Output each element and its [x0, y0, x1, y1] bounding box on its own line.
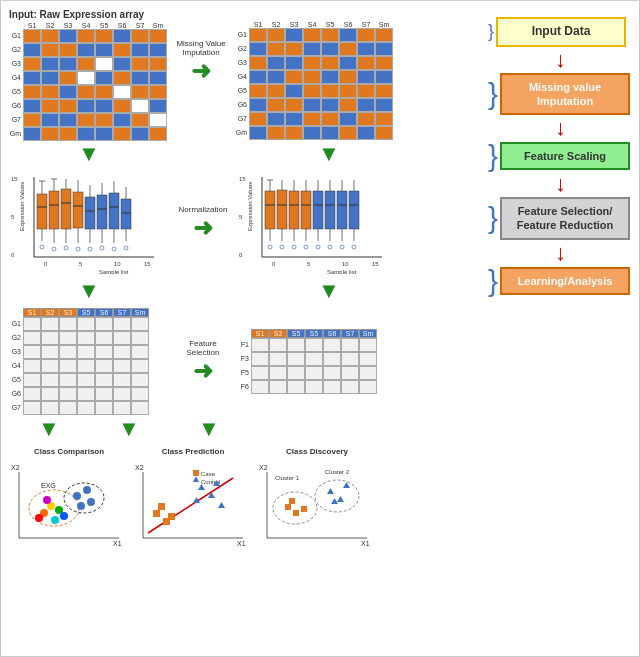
svg-rect-16	[49, 191, 59, 229]
svg-text:0: 0	[44, 261, 48, 267]
svg-text:Case: Case	[201, 471, 216, 477]
svg-rect-127	[193, 470, 199, 476]
svg-point-120	[83, 486, 91, 494]
svg-point-145	[273, 492, 317, 524]
class-discovery-section: Class Discovery X2 X1 Cluster 1 Cluster …	[257, 447, 377, 552]
row-label: G3	[235, 56, 249, 70]
pipeline-arrow-2: ↓	[555, 117, 566, 139]
svg-text:0: 0	[272, 261, 276, 267]
missing-value-box: Missing valueImputation	[500, 73, 630, 116]
arrow-down-4: ▼	[318, 280, 340, 302]
raw-header: S4	[77, 22, 95, 29]
svg-text:X1: X1	[113, 540, 122, 547]
raw-header: S1	[23, 22, 41, 29]
svg-rect-150	[293, 510, 299, 516]
svg-point-146	[315, 480, 359, 512]
imputed-matrix-section: S1 S2 S3 S4 S5 S6 S7 Sm G1 G2	[235, 9, 393, 140]
feat-header: S3	[59, 308, 77, 317]
svg-text:X2: X2	[11, 464, 20, 471]
svg-rect-29	[85, 197, 95, 229]
full-gene-table: S1 S2 S3 S5 S6 S7 Sm G1 G2 G3	[9, 308, 169, 415]
raw-header: S2	[41, 22, 59, 29]
svg-marker-129	[193, 476, 199, 482]
imputation-arrow-right: ➜	[191, 57, 211, 85]
feature-selection-label: Feature Selection	[173, 339, 233, 357]
feat-row-label: F5	[237, 366, 251, 380]
svg-text:X2: X2	[135, 464, 144, 471]
middle-row: 15 5 0 0 5 10 15 Expression Values Sampl…	[9, 169, 480, 278]
svg-marker-156	[331, 498, 338, 504]
imp-header: S7	[357, 21, 375, 28]
svg-point-117	[35, 514, 43, 522]
down-arrow-row2: ▼ ▼	[9, 280, 480, 302]
svg-rect-151	[289, 498, 295, 504]
row-label: G7	[9, 113, 23, 127]
feat-header: S6	[95, 308, 113, 317]
input-data-group: } Input Data	[488, 17, 633, 47]
left-boxplot-svg: 15 5 0 0 5 10 15 Expression Values Sampl…	[9, 169, 159, 274]
svg-marker-154	[337, 496, 344, 502]
svg-rect-81	[313, 191, 323, 229]
svg-text:0: 0	[11, 252, 15, 258]
svg-rect-25	[73, 192, 83, 228]
svg-rect-132	[153, 510, 160, 517]
arrow-down-5: ▼	[38, 418, 60, 440]
svg-rect-135	[168, 513, 175, 520]
svg-rect-11	[37, 194, 47, 229]
imp-header: Sm	[375, 21, 393, 28]
svg-point-98	[280, 245, 284, 249]
svg-point-103	[340, 245, 344, 249]
svg-point-122	[77, 502, 85, 510]
row-label: Gm	[235, 126, 249, 140]
class-prediction-title: Class Prediction	[133, 447, 253, 456]
raw-header: S5	[95, 22, 113, 29]
arrow-down-6: ▼	[118, 418, 140, 440]
pipeline-arrow-4: ↓	[555, 242, 566, 264]
red-feat-header: S7	[341, 329, 359, 338]
row-label: G1	[235, 28, 249, 42]
feat-row-label: F1	[237, 338, 251, 352]
svg-rect-85	[325, 191, 335, 229]
svg-point-45	[40, 245, 44, 249]
svg-text:15: 15	[11, 176, 18, 182]
svg-rect-93	[349, 191, 359, 229]
svg-rect-89	[337, 191, 347, 229]
imputation-arrow-section: Missing ValueImputation ➜	[167, 9, 235, 85]
raw-header: S3	[59, 22, 77, 29]
gene-row-label: G4	[9, 359, 23, 373]
missing-value-group: } Missing valueImputation	[488, 73, 633, 116]
imp-header: S3	[285, 21, 303, 28]
svg-rect-149	[285, 504, 291, 510]
raw-header: S7	[131, 22, 149, 29]
svg-text:Sample list: Sample list	[99, 269, 129, 274]
raw-header: Sm	[149, 22, 167, 29]
brace-top: }	[488, 21, 494, 42]
imp-header: S6	[339, 21, 357, 28]
feat-row-label: F6	[237, 380, 251, 394]
row-label: G5	[235, 84, 249, 98]
red-feat-header: S5	[287, 329, 305, 338]
svg-rect-152	[301, 506, 307, 512]
svg-text:0: 0	[239, 252, 243, 258]
svg-point-119	[73, 492, 81, 500]
svg-point-99	[292, 245, 296, 249]
imp-header: S1	[249, 21, 267, 28]
feature-selection-arrow-section: Feature Selection ➜	[169, 339, 237, 385]
row-label: G2	[235, 42, 249, 56]
gene-row-label: G5	[9, 373, 23, 387]
arrow-down-7: ▼	[198, 418, 220, 440]
class-comparison-svg: X2 X1 EXG	[9, 458, 127, 548]
arrow-down-2: ▼	[318, 143, 340, 165]
feature-selection-arrow: ➜	[193, 357, 213, 385]
svg-point-102	[328, 245, 332, 249]
svg-text:5: 5	[307, 261, 311, 267]
row-label: G1	[9, 29, 23, 43]
svg-point-118	[51, 516, 59, 524]
row-label: G2	[9, 43, 23, 57]
down-arrow-row1: ▼ ▼	[9, 143, 480, 165]
svg-rect-41	[121, 199, 131, 229]
svg-point-51	[112, 247, 116, 251]
svg-marker-153	[327, 488, 334, 494]
svg-marker-140	[218, 502, 225, 508]
svg-text:5: 5	[239, 214, 243, 220]
